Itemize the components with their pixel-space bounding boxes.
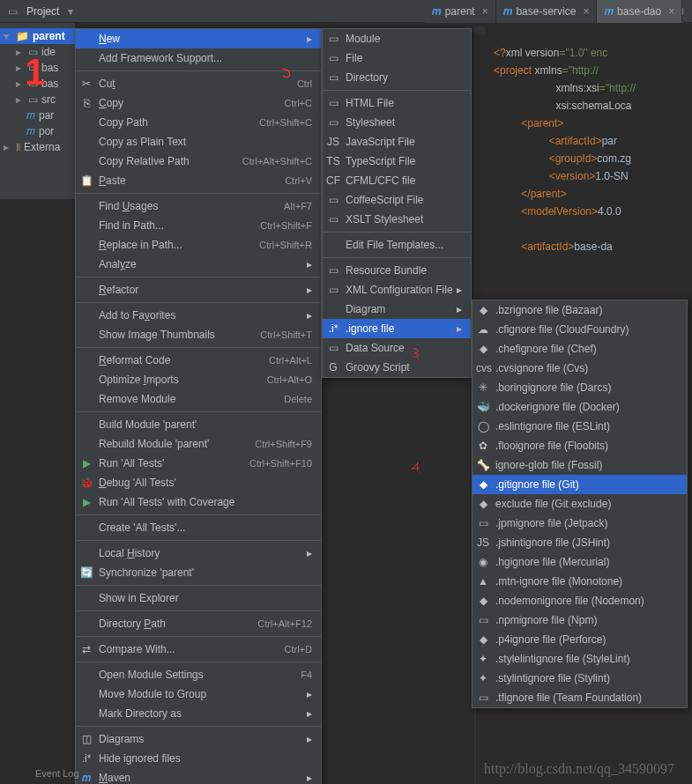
menu-item[interactable]: JS.jshintignore file (JSHint) [472, 533, 687, 552]
menu-icon: ✦ [476, 653, 490, 665]
menu-item[interactable]: ▶Run 'All Tests' with Coverage [76, 492, 321, 512]
menu-item[interactable]: ▭.jpmignore file (Jetpack) [472, 514, 687, 533]
menu-item[interactable]: Mark Directory as▸ [76, 704, 321, 723]
menu-item[interactable]: ◆.bzrignore file (Bazaar) [472, 300, 687, 320]
menu-item[interactable]: ▭CoffeeScript File [323, 190, 471, 210]
menu-item[interactable]: Directory PathCtrl+Alt+F12 [76, 614, 321, 633]
menu-item[interactable]: 🔄Synchronize 'parent' [76, 563, 321, 582]
menu-label: Resource Bundle [346, 264, 427, 277]
menu-item[interactable]: Copy PathCtrl+Shift+C [76, 113, 321, 132]
menu-item[interactable]: Add to Favorites▸ [76, 306, 321, 325]
menu-item[interactable]: 🦴ignore-glob file (Fossil) [472, 455, 687, 475]
menu-item[interactable]: ◫Diagrams▸ [76, 729, 321, 749]
menu-item[interactable]: ◉.hgignore file (Mercurial) [472, 552, 687, 572]
menu-item[interactable]: Find in Path...Ctrl+Shift+F [76, 216, 321, 235]
menu-item[interactable]: Create 'All Tests'... [76, 518, 321, 537]
menu-item[interactable]: ▲.mtn-ignore file (Monotone) [472, 572, 687, 591]
menu-item[interactable]: ▭Module [323, 29, 471, 48]
menu-icon: ◆ [476, 498, 490, 510]
menu-item[interactable]: ▭.tfignore file (Team Foundation) [472, 688, 687, 707]
menu-item[interactable]: ☁.cfignore file (CloudFoundry) [472, 320, 687, 339]
menu-item[interactable]: ⇄Compare With...Ctrl+D [76, 640, 321, 659]
menu-item[interactable]: ▭Directory [323, 68, 471, 87]
menu-item[interactable]: Copy as Plain Text [76, 132, 321, 152]
menu-item[interactable]: Rebuild Module 'parent'Ctrl+Shift+F9 [76, 434, 321, 454]
tree-root[interactable]: ▾📁parent [0, 28, 75, 44]
tree-item[interactable]: ▸▭src [0, 92, 75, 107]
menu-item[interactable]: ▭Resource Bundle [323, 261, 471, 280]
close-icon[interactable]: × [583, 5, 589, 18]
menu-item[interactable]: Build Module 'parent' [76, 415, 321, 434]
menu-item[interactable]: ◯.eslintignore file (ESLint) [472, 417, 687, 436]
menu-item[interactable]: Find UsagesAlt+F7 [76, 196, 321, 216]
close-icon[interactable]: × [668, 5, 674, 18]
menu-item[interactable]: GGroovy Script [323, 358, 471, 377]
menu-item[interactable]: .i*Hide ignored files [76, 749, 321, 768]
menu-item[interactable]: ▭HTML File [323, 93, 471, 113]
menu-item[interactable]: ▭Data Source [323, 338, 471, 358]
menu-item[interactable]: Optimize ImportsCtrl+Alt+O [76, 370, 321, 389]
menu-item[interactable]: Replace in Path...Ctrl+Shift+R [76, 235, 321, 255]
menu-item[interactable]: New▸ [76, 29, 321, 48]
menu-item[interactable]: 📋PasteCtrl+V [76, 171, 321, 190]
menu-item[interactable]: Analyze▸ [76, 255, 321, 274]
separator [76, 610, 321, 611]
submenu-arrow-icon: ▸ [307, 258, 312, 270]
menu-item[interactable]: Open Module SettingsF4 [76, 665, 321, 684]
event-log[interactable]: Event Log [35, 768, 79, 779]
menu-label: New [99, 33, 120, 45]
menu-item[interactable]: 🐞Debug 'All Tests' [76, 473, 321, 492]
menu-item[interactable]: Show in Explorer [76, 588, 321, 608]
menu-item[interactable]: Add Framework Support... [76, 48, 321, 68]
menu-item[interactable]: ✂CutCtrl [76, 74, 321, 93]
menu-item[interactable]: Edit File Templates... [323, 235, 471, 255]
menu-item[interactable]: Copy Relative PathCtrl+Alt+Shift+C [76, 152, 321, 171]
menu-label: .stylelintignore file (StyleLint) [495, 653, 630, 665]
menu-item[interactable]: ⎘CopyCtrl+C [76, 93, 321, 113]
menu-item[interactable]: ✳.boringignore file (Darcs) [472, 378, 687, 397]
menu-item[interactable]: ▭Stylesheet [323, 113, 471, 132]
menu-item[interactable]: ▭XSLT Stylesheet [323, 210, 471, 229]
menu-item[interactable]: cvs.cvsignore file (Cvs) [472, 359, 687, 378]
separator [323, 232, 471, 233]
menu-item[interactable]: ◆.chefignore file (Chef) [472, 339, 687, 359]
tree-external[interactable]: ▸⫴Externa [0, 139, 75, 155]
tree-item[interactable]: ▸▭bas [0, 76, 75, 92]
menu-label: .flooignore file (Floobits) [495, 440, 608, 452]
menu-item[interactable]: ▭.npmignore file (Npm) [472, 610, 687, 630]
tab-base-service[interactable]: mbase-service× [496, 0, 598, 23]
menu-item[interactable]: ▭XML Configuration File▸ [323, 280, 471, 300]
tree-item[interactable]: ▸▭bas [0, 60, 75, 76]
menu-item[interactable]: 🐳.dockerignore file (Docker) [472, 397, 687, 417]
tree-item[interactable]: m par [0, 107, 75, 123]
menu-item[interactable]: ▭File [323, 48, 471, 68]
dropdown-icon[interactable]: ▾ [68, 5, 73, 18]
menu-item[interactable]: TSTypeScript File [323, 152, 471, 171]
menu-item[interactable]: ◆.p4ignore file (Perforce) [472, 630, 687, 649]
menu-item[interactable]: ◆.gitignore file (Git) [472, 475, 687, 494]
menu-item[interactable]: Reformat CodeCtrl+Alt+L [76, 351, 321, 370]
tree-item[interactable]: ▸▭ide [0, 44, 75, 60]
menu-item[interactable]: CFCFML/CFC file [323, 171, 471, 190]
menu-item[interactable]: JSJavaScript File [323, 132, 471, 152]
menu-item[interactable]: Show Image ThumbnailsCtrl+Shift+T [76, 325, 321, 344]
menu-item[interactable]: ▶Run 'All Tests'Ctrl+Shift+F10 [76, 454, 321, 473]
tab-parent[interactable]: mparent× [425, 0, 496, 23]
menu-item[interactable]: .i*.ignore file▸ [323, 319, 471, 338]
menu-item[interactable]: ◆.nodemonignore file (Nodemon) [472, 591, 687, 610]
menu-item[interactable]: ✿.flooignore file (Floobits) [472, 436, 687, 455]
menu-item[interactable]: ✦.stylelintignore file (StyleLint) [472, 649, 687, 669]
menu-item[interactable]: Refactor▸ [76, 280, 321, 300]
menu-item[interactable]: Remove ModuleDelete [76, 389, 321, 409]
separator [323, 90, 471, 91]
menu-item[interactable]: Local History▸ [76, 544, 321, 563]
menu-item[interactable]: Diagram▸ [323, 300, 471, 319]
separator [76, 514, 321, 515]
menu-item[interactable]: mMaven▸ [76, 768, 321, 784]
menu-item[interactable]: ◆exclude file (Git exclude) [472, 494, 687, 514]
tree-item[interactable]: m por [0, 123, 75, 139]
tab-base-dao[interactable]: mbase-dao× [597, 0, 682, 23]
close-icon[interactable]: × [482, 5, 488, 18]
menu-item[interactable]: ✦.stylintignore file (Stylint) [472, 669, 687, 688]
menu-item[interactable]: Move Module to Group▸ [76, 684, 321, 704]
